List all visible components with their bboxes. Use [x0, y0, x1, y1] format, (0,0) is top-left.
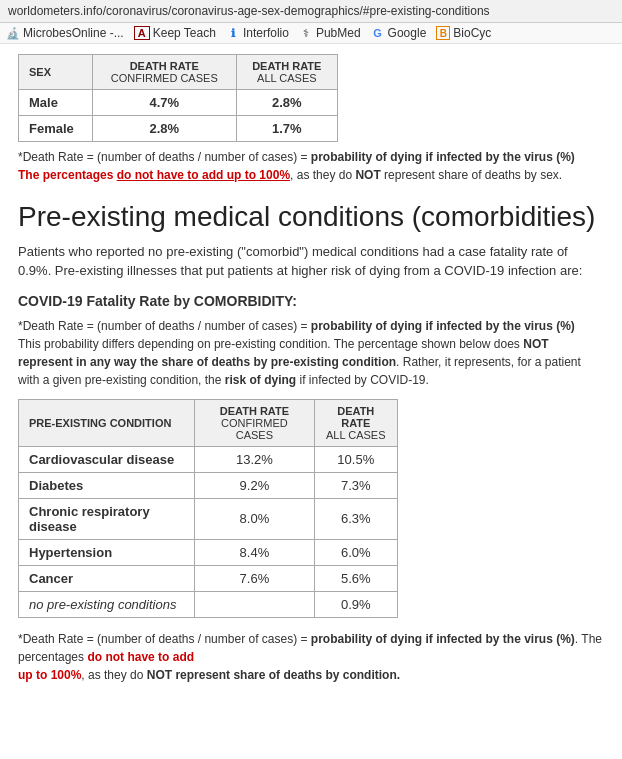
sex-table-section: SEX DEATH RATEconfirmed cases DEATH RATE…: [18, 54, 604, 184]
confirmed-rate: 7.6%: [195, 565, 314, 591]
address-bar[interactable]: worldometers.info/coronavirus/coronaviru…: [0, 0, 622, 23]
table-row: Hypertension 8.4% 6.0%: [19, 539, 398, 565]
bookmarks-bar: 🔬 MicrobesOnline -... A Keep Teach ℹ Int…: [0, 23, 622, 44]
condition-label: Chronic respiratory disease: [19, 498, 195, 539]
confirmed-rate: 8.4%: [195, 539, 314, 565]
bottom-note: *Death Rate = (number of deaths / number…: [18, 630, 604, 684]
pubmed-icon: ⚕: [299, 26, 313, 40]
all-rate: 2.8%: [236, 90, 337, 116]
confirmed-rate: 2.8%: [92, 116, 236, 142]
microbes-icon: 🔬: [6, 26, 20, 40]
confirmed-rate: 9.2%: [195, 472, 314, 498]
all-rate: 1.7%: [236, 116, 337, 142]
table-row: Cancer 7.6% 5.6%: [19, 565, 398, 591]
confirmed-rate: 8.0%: [195, 498, 314, 539]
all-rate: 0.9%: [314, 591, 397, 617]
all-rate: 6.0%: [314, 539, 397, 565]
death-rate-confirmed-header: DEATH RATEconfirmed cases: [92, 55, 236, 90]
comorbidity-all-header: DEATH RATEall cases: [314, 399, 397, 446]
all-rate: 5.6%: [314, 565, 397, 591]
condition-label: Hypertension: [19, 539, 195, 565]
condition-label: Diabetes: [19, 472, 195, 498]
url-text: worldometers.info/coronavirus/coronaviru…: [8, 4, 490, 18]
condition-label: no pre-existing conditions: [19, 591, 195, 617]
bookmark-microbes-label: MicrobesOnline -...: [23, 26, 124, 40]
biocyc-icon: B: [436, 26, 450, 40]
page-content: SEX DEATH RATEconfirmed cases DEATH RATE…: [0, 44, 622, 704]
section-heading: Pre-existing medical conditions (comorbi…: [18, 200, 604, 234]
all-rate: 6.3%: [314, 498, 397, 539]
bookmark-microbes[interactable]: 🔬 MicrobesOnline -...: [6, 26, 124, 40]
table-row: Chronic respiratory disease 8.0% 6.3%: [19, 498, 398, 539]
death-rate-all-header: DEATH RATEall cases: [236, 55, 337, 90]
bookmark-interfolio-label: Interfolio: [243, 26, 289, 40]
confirmed-rate: 4.7%: [92, 90, 236, 116]
sex-table: SEX DEATH RATEconfirmed cases DEATH RATE…: [18, 54, 338, 142]
sex-note-end: , as they do NOT represent share of deat…: [290, 168, 562, 182]
bookmark-biocyc[interactable]: B BioCyc: [436, 26, 491, 40]
all-rate: 7.3%: [314, 472, 397, 498]
comorbidity-confirmed-header: DEATH RATEconfirmed cases: [195, 399, 314, 446]
bookmark-pubmed[interactable]: ⚕ PubMed: [299, 26, 361, 40]
table-row: Male 4.7% 2.8%: [19, 90, 338, 116]
table-row: Diabetes 9.2% 7.3%: [19, 472, 398, 498]
google-icon: G: [371, 26, 385, 40]
sex-col-header: SEX: [19, 55, 93, 90]
bookmark-google-label: Google: [388, 26, 427, 40]
fatality-note: *Death Rate = (number of deaths / number…: [18, 317, 604, 389]
table-row: no pre-existing conditions 0.9%: [19, 591, 398, 617]
bookmark-google[interactable]: G Google: [371, 26, 427, 40]
keepteach-icon: A: [134, 26, 150, 40]
comorbidity-sub-heading: COVID-19 Fatality Rate by COMORBIDITY:: [18, 293, 604, 309]
all-rate: 10.5%: [314, 446, 397, 472]
sex-label: Female: [19, 116, 93, 142]
condition-col-header: PRE-EXISTING CONDITION: [19, 399, 195, 446]
sex-note-prefix: *Death Rate = (number of deaths / number…: [18, 150, 575, 164]
comorbidity-table: PRE-EXISTING CONDITION DEATH RATEconfirm…: [18, 399, 398, 618]
table-row: Cardiovascular disease 13.2% 10.5%: [19, 446, 398, 472]
bookmark-biocyc-label: BioCyc: [453, 26, 491, 40]
confirmed-rate: 13.2%: [195, 446, 314, 472]
sex-note-red: The percentages do not have to add up to…: [18, 168, 290, 182]
table-row: Female 2.8% 1.7%: [19, 116, 338, 142]
bookmark-keepteach[interactable]: A Keep Teach: [134, 26, 216, 40]
bookmark-pubmed-label: PubMed: [316, 26, 361, 40]
confirmed-rate: [195, 591, 314, 617]
interfolio-icon: ℹ: [226, 26, 240, 40]
intro-paragraph: Patients who reported no pre-existing ("…: [18, 242, 604, 281]
sex-note: *Death Rate = (number of deaths / number…: [18, 148, 604, 184]
bookmark-keepteach-label: Keep Teach: [153, 26, 216, 40]
condition-label: Cardiovascular disease: [19, 446, 195, 472]
sex-label: Male: [19, 90, 93, 116]
condition-label: Cancer: [19, 565, 195, 591]
bookmark-interfolio[interactable]: ℹ Interfolio: [226, 26, 289, 40]
